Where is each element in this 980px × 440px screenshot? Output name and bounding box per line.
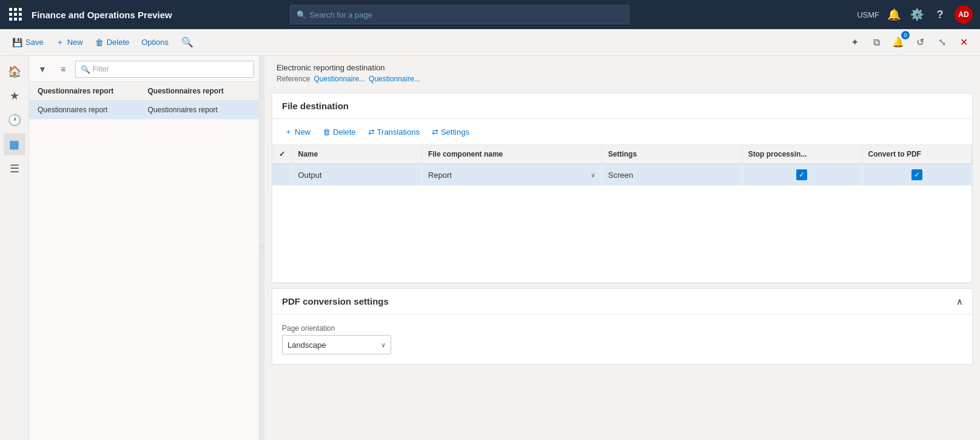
workspaces-button[interactable]: ▦ [4, 134, 25, 155]
row-convert-cell: ✓ [862, 164, 972, 186]
col-header-file-comp: File component name [421, 145, 602, 164]
file-comp-dropdown[interactable]: Report ∨ [428, 171, 596, 180]
toolbar-right-actions: ✦ ⧉ 🔔 0 ↺ ⤡ ✕ [845, 33, 973, 52]
list-cell-2: Questionnaires report [144, 101, 255, 119]
chevron-up-icon: ∧ [956, 297, 962, 306]
nav-right: USMF 🔔 ⚙️ ? AD [857, 5, 973, 24]
fd-new-label: New [295, 127, 310, 137]
pdf-section-title: PDF conversion settings [282, 296, 389, 306]
close-button[interactable]: ✕ [955, 33, 973, 52]
page-orientation-label: Page orientation [282, 324, 962, 333]
open-in-new-window-button[interactable]: ⧉ [867, 33, 885, 52]
avatar-initials: AD [958, 10, 968, 19]
checked-icon: ✓ [796, 169, 807, 180]
stop-processing-checkbox[interactable]: ✓ [748, 169, 856, 180]
col-header-1: Questionnaires report [34, 82, 144, 100]
delete-button[interactable]: 🗑 Delete [90, 33, 135, 52]
convert-pdf-checkbox[interactable]: ✓ [868, 169, 965, 180]
checked-icon-2: ✓ [911, 169, 922, 180]
list-header: Questionnaires report Questionnaires rep… [29, 82, 259, 101]
pdf-section-body: Page orientation Landscape Portrait ∨ [272, 314, 972, 364]
recent-button[interactable]: 🕐 [4, 109, 25, 131]
pdf-section-header[interactable]: PDF conversion settings ∧ [272, 289, 972, 314]
erd-ref-row: Reference Questionnaire... Questionnaire… [277, 75, 968, 83]
select-arrow-icon: ∨ [381, 341, 386, 349]
filter-input-wrap[interactable]: 🔍 [75, 61, 254, 78]
notifications-button[interactable]: 🔔 0 [889, 33, 907, 52]
notification-bell-button[interactable]: 🔔 [885, 6, 902, 23]
ref-link-1[interactable]: Questionnaire... [314, 75, 365, 83]
fd-translations-label: Translations [377, 127, 420, 137]
settings-gear-button[interactable]: ⚙️ [908, 6, 925, 23]
filter-area: ▼ ≡ 🔍 [29, 56, 259, 82]
file-destination-header: File destination [272, 93, 972, 119]
fd-delete-label: Delete [333, 127, 356, 137]
new-icon: ＋ [56, 37, 64, 48]
hamburger-menu-button[interactable] [7, 6, 24, 23]
fd-translations-button[interactable]: ⇄ Translations [363, 125, 425, 139]
home-button[interactable]: 🏠 [4, 61, 25, 83]
page-orientation-select-wrap[interactable]: Landscape Portrait ∨ [282, 335, 391, 354]
expand-button[interactable]: ⤡ [933, 33, 951, 52]
pdf-conversion-card: PDF conversion settings ∧ Page orientati… [272, 288, 973, 365]
avatar[interactable]: AD [955, 5, 973, 24]
ref-label: Reference [277, 75, 310, 83]
list-row[interactable]: Questionnaires report Questionnaires rep… [29, 101, 259, 120]
delete-label: Delete [107, 38, 130, 47]
customize-button[interactable]: ✦ [845, 33, 864, 52]
icon-strip: 🏠 ★ 🕐 ▦ ☰ [0, 56, 29, 440]
search-input[interactable] [310, 10, 623, 19]
options-button[interactable]: Options [136, 33, 173, 52]
new-label: New [67, 38, 83, 47]
fd-translations-icon: ⇄ [368, 127, 375, 137]
page-orientation-select[interactable]: Landscape Portrait [287, 340, 381, 350]
col-header-2: Questionnaires report [144, 82, 255, 100]
list-view-button[interactable]: ≡ [55, 61, 72, 78]
new-button[interactable]: ＋ New [51, 33, 88, 52]
col-header-settings: Settings [602, 145, 742, 164]
refresh-button[interactable]: ↺ [911, 33, 929, 52]
content-panel: Electronic reporting destination Referen… [264, 56, 980, 440]
file-comp-value: Report [428, 171, 452, 180]
toolbar-search-button[interactable]: 🔍 [178, 33, 196, 51]
fd-settings-label: Settings [441, 127, 469, 137]
filter-button[interactable]: ▼ [34, 61, 51, 78]
save-button[interactable]: 💾 Save [7, 33, 49, 52]
save-icon: 💾 [12, 38, 22, 47]
erd-header: Electronic reporting destination Referen… [264, 56, 980, 88]
ref-link-2[interactable]: Questionnaire... [369, 75, 420, 83]
row-check-cell [272, 164, 292, 186]
list-icon: ≡ [61, 64, 65, 74]
erd-title: Electronic reporting destination [277, 63, 968, 72]
fd-delete-button[interactable]: 🗑 Delete [318, 125, 361, 139]
table-row[interactable]: Output Report ∨ Screen ✓ [272, 164, 972, 186]
search-bar[interactable]: 🔍 [290, 5, 629, 24]
app-title: Finance and Operations Preview [32, 10, 172, 20]
fd-new-button[interactable]: ＋ New [280, 124, 315, 140]
options-label: Options [141, 38, 169, 47]
file-destination-table: ✓ Name File component name Settings Stop… [272, 145, 972, 283]
delete-icon: 🗑 [95, 38, 104, 47]
modules-button[interactable]: ☰ [4, 158, 25, 180]
col-header-convert: Convert to PDF [862, 145, 972, 164]
filter-input[interactable] [93, 65, 249, 73]
filter-search-icon: 🔍 [81, 65, 90, 74]
notification-badge: 0 [901, 31, 910, 39]
user-label: USMF [857, 10, 879, 19]
favorites-button[interactable]: ★ [4, 85, 25, 107]
save-label: Save [25, 38, 44, 47]
fd-delete-icon: 🗑 [323, 127, 331, 137]
col-header-stop: Stop processin... [742, 145, 862, 164]
search-icon: 🔍 [297, 10, 306, 19]
row-settings-cell: Screen [602, 164, 742, 186]
row-file-comp-cell[interactable]: Report ∨ [421, 164, 602, 186]
row-name-cell: Output [292, 164, 421, 186]
col-header-name: Name [292, 145, 421, 164]
file-destination-card: File destination ＋ New 🗑 Delete ⇄ Transl… [272, 93, 973, 283]
panel-splitter[interactable]: ⋮ [260, 56, 264, 440]
row-stop-cell: ✓ [742, 164, 862, 186]
grid-icon [9, 8, 22, 21]
help-button[interactable]: ? [931, 6, 948, 23]
fd-settings-button[interactable]: ⇄ Settings [427, 125, 474, 139]
file-destination-toolbar: ＋ New 🗑 Delete ⇄ Translations ⇄ Settings [272, 119, 972, 145]
